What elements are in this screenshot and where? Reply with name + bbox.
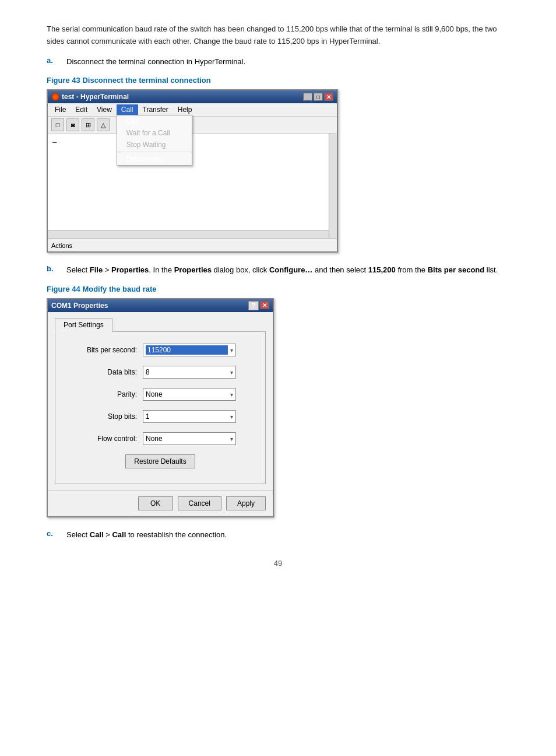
hyper-toolbar: □ ◙ ⊞ △ [48, 117, 337, 134]
toolbar-connect[interactable]: ⊞ [82, 118, 94, 131]
data-bits-select[interactable]: 8 ▾ [143, 366, 236, 379]
step-b: b. Select File > Properties. In the Prop… [47, 264, 509, 276]
dropdown-separator [117, 152, 192, 152]
hyper-terminal-window: test - HyperTerminal _ □ ✕ File Edit Vie… [47, 89, 338, 253]
hyper-icon [51, 93, 59, 101]
maximize-button[interactable]: □ [314, 93, 323, 101]
stop-bits-value: 1 [146, 412, 228, 421]
flow-control-arrow: ▾ [230, 436, 233, 442]
figure-44-container: Figure 44 Modify the baud rate COM1 Prop… [47, 285, 509, 517]
apply-button[interactable]: Apply [226, 496, 266, 510]
window-controls: _ □ ✕ [303, 93, 333, 101]
page-container: The serial communication baud rate of th… [0, 0, 556, 603]
step-a-label: a. [47, 56, 64, 68]
bits-per-second-select[interactable]: 115200 ▾ [143, 344, 236, 356]
parity-row: Parity: None ▾ [67, 388, 254, 401]
dropdown-stop-waiting[interactable]: Stop Waiting [117, 139, 192, 150]
data-bits-arrow: ▾ [230, 369, 233, 376]
step-a: a. Disconnect the terminal connection in… [47, 56, 509, 68]
hyper-statusbar: Actions [48, 239, 337, 251]
menu-edit[interactable]: Edit [71, 104, 92, 115]
com1-title: COM1 Properties [51, 302, 108, 310]
com1-body: Port Settings Bits per second: 115200 ▾ [48, 312, 273, 490]
call-dropdown-menu: Call Wait for a Call Stop Waiting Discon… [117, 115, 192, 166]
parity-value: None [146, 390, 228, 398]
stop-bits-arrow: ▾ [230, 414, 233, 420]
com1-titlebar: COM1 Properties ? ✕ [48, 299, 273, 312]
com1-properties-window: COM1 Properties ? ✕ Port Settings Bits p… [47, 298, 274, 517]
stop-bits-row: Stop bits: 1 ▾ [67, 410, 254, 423]
com1-tab-bar: Port Settings [55, 318, 266, 332]
figure-43-caption: Figure 43 Disconnect the terminal connec… [47, 76, 509, 85]
step-b-text: Select File > Properties. In the Propert… [66, 264, 509, 276]
com1-window-controls: ? ✕ [248, 301, 269, 310]
menu-call[interactable]: Call Call Wait for a Call Stop Waiting D… [117, 104, 138, 115]
flow-control-label: Flow control: [67, 435, 137, 443]
scrollbar-right[interactable] [329, 134, 337, 238]
bits-per-second-value: 115200 [146, 345, 228, 355]
data-bits-row: Data bits: 8 ▾ [67, 366, 254, 379]
com1-close-button[interactable]: ✕ [260, 301, 269, 309]
ok-button[interactable]: OK [138, 496, 173, 510]
flow-control-value: None [146, 435, 228, 443]
parity-select[interactable]: None ▾ [143, 388, 236, 401]
help-button[interactable]: ? [248, 301, 259, 310]
figure-43-container: Figure 43 Disconnect the terminal connec… [47, 76, 509, 253]
step-b-label: b. [47, 264, 64, 276]
minimize-button[interactable]: _ [303, 93, 312, 101]
hyper-menubar: File Edit View Call Call Wait for a Call… [48, 103, 337, 117]
hyper-title: test - HyperTerminal [62, 93, 129, 101]
dropdown-disconnect[interactable]: Disconnect [117, 153, 192, 165]
step-a-text: Disconnect the terminal connection in Hy… [66, 56, 509, 68]
cursor-indicator: – [52, 138, 57, 146]
titlebar-left: test - HyperTerminal [51, 93, 129, 101]
bits-per-second-label: Bits per second: [67, 346, 137, 354]
dialog-buttons: OK Cancel Apply [48, 490, 273, 516]
statusbar-text: Actions [51, 242, 72, 249]
tab-port-settings[interactable]: Port Settings [55, 318, 112, 332]
toolbar-properties[interactable]: △ [97, 118, 110, 131]
flow-control-select[interactable]: None ▾ [143, 432, 236, 445]
parity-label: Parity: [67, 390, 137, 398]
tab-content: Bits per second: 115200 ▾ Data bits: 8 ▾ [55, 331, 266, 484]
bits-per-second-arrow: ▾ [230, 347, 233, 354]
restore-section: Restore Defaults [67, 454, 254, 468]
page-number: 49 [47, 559, 509, 568]
step-c: c. Select Call > Call to reestablish the… [47, 529, 509, 541]
flow-control-row: Flow control: None ▾ [67, 432, 254, 445]
step-c-label: c. [47, 529, 64, 541]
parity-arrow: ▾ [230, 391, 233, 398]
menu-transfer[interactable]: Transfer [138, 104, 173, 115]
menu-file[interactable]: File [50, 104, 71, 115]
hyper-titlebar: test - HyperTerminal _ □ ✕ [48, 90, 337, 103]
menu-help[interactable]: Help [173, 104, 197, 115]
toolbar-open[interactable]: ◙ [66, 118, 79, 131]
toolbar-new[interactable]: □ [51, 118, 64, 131]
intro-text: The serial communication baud rate of th… [47, 23, 509, 48]
hyper-content-area: – [48, 134, 337, 239]
menu-view[interactable]: View [92, 104, 117, 115]
step-c-text: Select Call > Call to reestablish the co… [66, 529, 509, 541]
scrollbar-bottom[interactable] [48, 230, 329, 238]
stop-bits-label: Stop bits: [67, 412, 137, 421]
close-button[interactable]: ✕ [324, 93, 333, 101]
dropdown-wait-for-call[interactable]: Wait for a Call [117, 127, 192, 139]
data-bits-value: 8 [146, 368, 228, 376]
cancel-button[interactable]: Cancel [178, 496, 221, 510]
figure-44-caption: Figure 44 Modify the baud rate [47, 285, 509, 293]
restore-defaults-button[interactable]: Restore Defaults [125, 454, 195, 468]
bits-per-second-row: Bits per second: 115200 ▾ [67, 344, 254, 356]
stop-bits-select[interactable]: 1 ▾ [143, 410, 236, 423]
dropdown-call[interactable]: Call [117, 116, 192, 127]
data-bits-label: Data bits: [67, 368, 137, 376]
